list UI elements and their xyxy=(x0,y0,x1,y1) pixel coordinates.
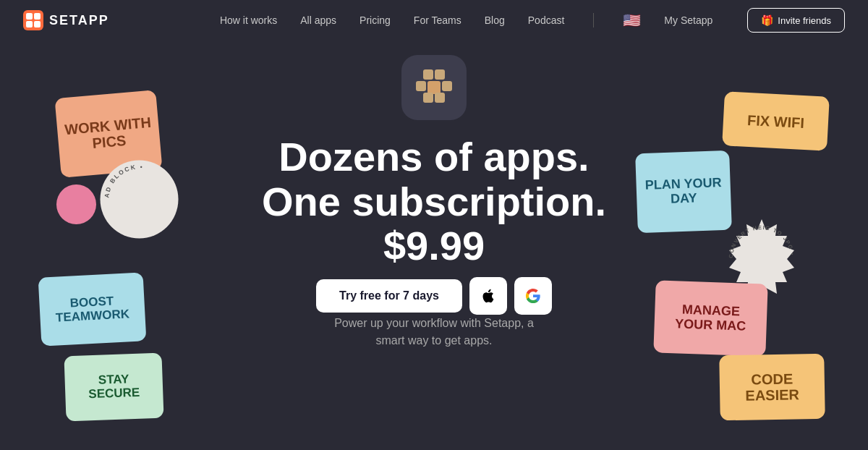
svg-rect-11 xyxy=(416,81,426,91)
google-icon xyxy=(525,288,541,304)
invite-friends-button[interactable]: 🎁 Invite friends xyxy=(747,8,845,33)
svg-rect-13 xyxy=(442,81,452,91)
svg-rect-12 xyxy=(427,81,441,94)
svg-rect-2 xyxy=(34,13,41,20)
svg-rect-3 xyxy=(26,21,33,27)
svg-rect-1 xyxy=(26,13,33,20)
my-setapp-link[interactable]: My Setapp xyxy=(664,14,712,26)
svg-rect-10 xyxy=(435,69,445,80)
nav-how-it-works[interactable]: How it works xyxy=(220,14,277,26)
nav-blog[interactable]: Blog xyxy=(485,14,505,26)
hero-description: Power up your workflow with Setapp, a sm… xyxy=(318,315,550,349)
setapp-logo-icon xyxy=(23,10,43,30)
google-signin-button[interactable] xyxy=(514,277,552,315)
svg-rect-0 xyxy=(23,10,43,30)
svg-rect-4 xyxy=(34,21,41,27)
gift-icon: 🎁 xyxy=(761,14,773,26)
apple-icon xyxy=(480,288,496,304)
hero-cta-buttons: Try free for 7 days xyxy=(316,277,552,315)
app-icon xyxy=(401,55,467,120)
nav-pricing[interactable]: Pricing xyxy=(359,14,391,26)
nav-podcast[interactable]: Podcast xyxy=(528,14,565,26)
svg-rect-9 xyxy=(423,69,433,80)
language-flag[interactable]: 🇺🇸 xyxy=(623,12,641,29)
setapp-diamond-icon xyxy=(412,66,456,109)
logo-text: SETAPP xyxy=(49,13,109,28)
trial-button[interactable]: Try free for 7 days xyxy=(316,279,462,313)
hero-section: Dozens of apps. One subscription. $9.99 … xyxy=(0,41,868,367)
nav-links: How it works All apps Pricing For Teams … xyxy=(220,8,845,33)
nav-divider xyxy=(593,13,594,27)
navbar: SETAPP How it works All apps Pricing For… xyxy=(0,0,868,41)
nav-for-teams[interactable]: For Teams xyxy=(414,14,461,26)
hero-headline: Dozens of apps. One subscription. $9.99 xyxy=(262,135,606,268)
apple-signin-button[interactable] xyxy=(469,277,507,315)
logo[interactable]: SETAPP xyxy=(23,10,109,30)
svg-rect-15 xyxy=(435,93,445,103)
nav-all-apps[interactable]: All apps xyxy=(300,14,336,26)
svg-rect-14 xyxy=(423,93,433,103)
